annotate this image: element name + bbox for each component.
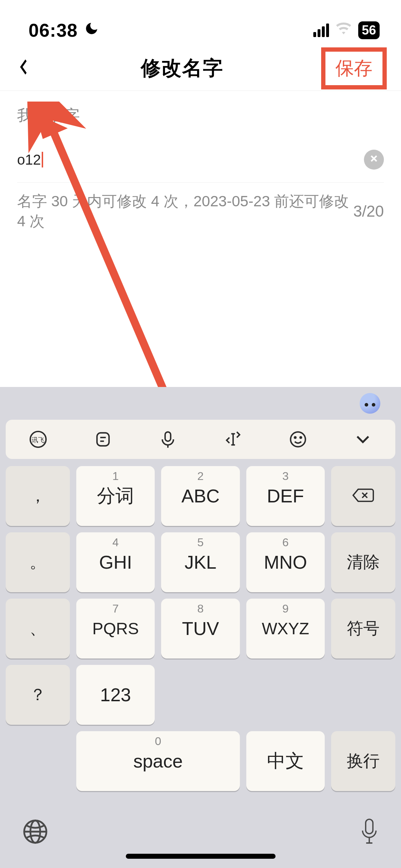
key-space[interactable]: 0space (76, 731, 240, 791)
navigation-bar: 修改名字 保存 (0, 46, 401, 91)
keyboard-grid: ， 1分词 2ABC 3DEF 。 4GHI 5JKL 6MNO 清除 、 7P… (0, 466, 401, 797)
character-counter: 3/20 (353, 202, 384, 220)
home-indicator[interactable] (126, 854, 276, 859)
key-punct-question[interactable]: ？ (6, 665, 70, 725)
name-input[interactable]: o12 (17, 152, 43, 168)
hint-row: 名字 30 天内可修改 4 次，2023-05-23 前还可修改 4 次 3/2… (17, 183, 384, 240)
hint-text: 名字 30 天内可修改 4 次，2023-05-23 前还可修改 4 次 (17, 191, 353, 231)
key-backspace[interactable] (331, 466, 395, 526)
key-punct-comma[interactable]: ， (6, 466, 70, 526)
status-time-group: 06:38 (29, 20, 99, 41)
page-title: 修改名字 (141, 55, 223, 82)
backspace-icon (351, 487, 375, 505)
svg-text:讯飞: 讯飞 (32, 436, 45, 444)
key-4-ghi[interactable]: 4GHI (76, 532, 155, 592)
battery-icon: 56 (358, 21, 380, 39)
keyboard-cursor-button[interactable] (222, 429, 244, 450)
status-time: 06:38 (29, 20, 78, 41)
svg-point-8 (291, 432, 305, 447)
key-1-fenci[interactable]: 1分词 (76, 466, 155, 526)
keyboard-logo-row (0, 387, 401, 420)
key-5-jkl[interactable]: 5JKL (161, 532, 240, 592)
key-123[interactable]: 123 (76, 665, 155, 725)
key-2-abc[interactable]: 2ABC (161, 466, 240, 526)
keyboard-emoji-button[interactable] (287, 429, 309, 450)
cellular-icon (313, 24, 329, 37)
name-input-value: o12 (17, 152, 41, 168)
status-bar: 06:38 56 (0, 0, 401, 46)
microphone-icon (359, 817, 380, 846)
key-7-pqrs[interactable]: 7PQRS (76, 599, 155, 658)
key-return[interactable]: 换行 (331, 731, 395, 791)
key-6-mno[interactable]: 6MNO (246, 532, 325, 592)
key-chinese[interactable]: 中文 (246, 731, 325, 791)
status-indicators: 56 (313, 21, 380, 40)
svg-rect-3 (97, 433, 109, 446)
key-8-tuv[interactable]: 8TUV (161, 599, 240, 658)
keyboard-brand-icon[interactable] (360, 393, 380, 414)
keyboard-voice-button[interactable] (157, 429, 179, 450)
save-button[interactable]: 保存 (321, 47, 387, 89)
name-input-row[interactable]: o12 (17, 137, 384, 183)
globe-button[interactable] (21, 818, 49, 847)
svg-point-10 (300, 437, 302, 438)
key-symbols[interactable]: 符号 (331, 599, 395, 658)
field-label: 我的名字 (17, 91, 384, 137)
svg-rect-6 (165, 432, 171, 441)
keyboard-toolbar: 讯飞 (6, 420, 395, 459)
battery-level: 56 (362, 23, 376, 38)
globe-icon (21, 818, 49, 846)
key-punct-slash[interactable]: 、 (6, 599, 70, 658)
clear-button[interactable] (364, 150, 384, 170)
keyboard-clipboard-button[interactable] (92, 429, 114, 450)
back-button[interactable] (14, 55, 43, 82)
key-punct-period[interactable]: 。 (6, 532, 70, 592)
svg-rect-14 (366, 819, 373, 834)
moon-icon (84, 21, 99, 40)
text-cursor (42, 152, 43, 167)
keyboard-collapse-button[interactable] (352, 429, 374, 450)
key-clear[interactable]: 清除 (331, 532, 395, 592)
keyboard: 讯飞 ， 1分词 2ABC 3DEF 。 4GHI 5JKL 6MNO 清除 (0, 387, 401, 868)
dictation-button[interactable] (359, 817, 380, 848)
content-area: 我的名字 o12 名字 30 天内可修改 4 次，2023-05-23 前还可修… (0, 91, 401, 240)
key-3-def[interactable]: 3DEF (246, 466, 325, 526)
chevron-left-icon (17, 55, 31, 82)
key-9-wxyz[interactable]: 9WXYZ (246, 599, 325, 658)
svg-point-9 (294, 437, 296, 438)
wifi-icon (335, 21, 352, 40)
keyboard-brand-button[interactable]: 讯飞 (27, 429, 49, 450)
close-icon (369, 152, 379, 167)
